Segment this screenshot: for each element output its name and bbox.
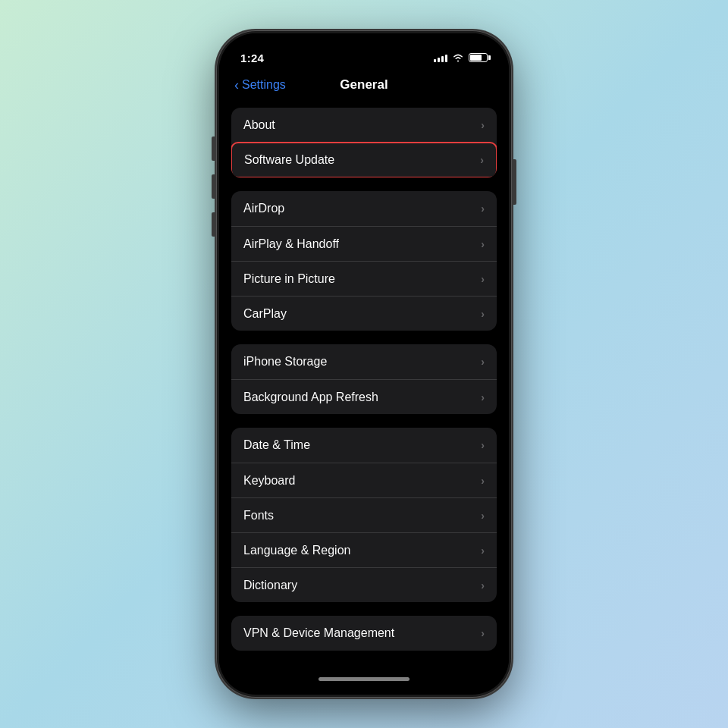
status-time: 1:24 xyxy=(240,52,264,64)
settings-row-vpn-device-management[interactable]: VPN & Device Management› xyxy=(231,616,497,651)
chevron-icon-software-update: › xyxy=(480,154,484,166)
settings-group-group5: VPN & Device Management› xyxy=(231,616,497,651)
phone-screen: 1:24 xyxy=(219,33,509,695)
back-chevron-icon: ‹ xyxy=(234,78,239,92)
settings-label-fonts: Fonts xyxy=(243,509,274,522)
settings-row-airdrop[interactable]: AirDrop› xyxy=(231,191,497,226)
settings-group-group4: Date & Time›Keyboard›Fonts›Language & Re… xyxy=(231,428,497,602)
settings-row-background-app-refresh[interactable]: Background App Refresh› xyxy=(231,379,497,414)
settings-row-date-time[interactable]: Date & Time› xyxy=(231,428,497,463)
settings-row-picture-in-picture[interactable]: Picture in Picture› xyxy=(231,261,497,296)
navigation-bar: ‹ Settings General xyxy=(219,71,509,102)
chevron-icon-picture-in-picture: › xyxy=(481,273,485,285)
battery-icon xyxy=(469,53,488,62)
settings-row-keyboard[interactable]: Keyboard› xyxy=(231,463,497,497)
chevron-icon-language-region: › xyxy=(481,544,485,557)
chevron-icon-about: › xyxy=(481,119,485,131)
status-icons xyxy=(434,53,488,62)
settings-label-carplay: CarPlay xyxy=(243,307,287,321)
settings-label-vpn-device-management: VPN & Device Management xyxy=(243,626,394,640)
chevron-icon-airdrop: › xyxy=(481,202,485,215)
settings-group-group2: AirDrop›AirPlay & Handoff›Picture in Pic… xyxy=(231,191,497,331)
chevron-icon-dictionary: › xyxy=(481,579,485,592)
signal-icon xyxy=(434,53,447,62)
settings-label-airplay-handoff: AirPlay & Handoff xyxy=(243,237,339,251)
settings-row-fonts[interactable]: Fonts› xyxy=(231,497,497,532)
wifi-icon xyxy=(452,53,464,62)
settings-label-dictionary: Dictionary xyxy=(243,579,297,592)
chevron-icon-iphone-storage: › xyxy=(481,356,485,368)
settings-group-group3: iPhone Storage›Background App Refresh› xyxy=(231,344,497,414)
chevron-icon-vpn-device-management: › xyxy=(481,627,485,639)
chevron-icon-airplay-handoff: › xyxy=(481,238,485,250)
chevron-icon-background-app-refresh: › xyxy=(481,391,485,403)
home-bar xyxy=(318,677,410,681)
chevron-icon-fonts: › xyxy=(481,510,485,522)
settings-label-picture-in-picture: Picture in Picture xyxy=(243,272,335,286)
chevron-icon-date-time: › xyxy=(481,439,485,451)
notch xyxy=(318,33,410,56)
phone-frame: 1:24 xyxy=(216,30,512,698)
settings-label-about: About xyxy=(243,118,275,132)
status-bar: 1:24 xyxy=(219,33,509,71)
settings-label-language-region: Language & Region xyxy=(243,544,350,557)
settings-row-carplay[interactable]: CarPlay› xyxy=(231,296,497,331)
settings-label-iphone-storage: iPhone Storage xyxy=(243,355,327,369)
settings-row-software-update[interactable]: Software Update› xyxy=(231,142,497,177)
page-title: General xyxy=(340,77,388,93)
battery-fill xyxy=(470,55,482,61)
chevron-icon-carplay: › xyxy=(481,308,485,320)
settings-row-iphone-storage[interactable]: iPhone Storage› xyxy=(231,344,497,379)
back-label: Settings xyxy=(242,78,286,92)
settings-group-group1: About›Software Update› xyxy=(231,108,497,177)
settings-row-dictionary[interactable]: Dictionary› xyxy=(231,567,497,602)
settings-label-background-app-refresh: Background App Refresh xyxy=(243,391,378,404)
settings-row-language-region[interactable]: Language & Region› xyxy=(231,532,497,567)
home-indicator xyxy=(219,666,509,692)
settings-label-airdrop: AirDrop xyxy=(243,202,284,215)
back-button[interactable]: ‹ Settings xyxy=(234,78,286,92)
settings-label-keyboard: Keyboard xyxy=(243,474,296,488)
settings-label-software-update: Software Update xyxy=(244,153,334,167)
chevron-icon-keyboard: › xyxy=(481,475,485,487)
settings-row-airplay-handoff[interactable]: AirPlay & Handoff› xyxy=(231,226,497,261)
settings-label-date-time: Date & Time xyxy=(243,438,310,452)
settings-row-about[interactable]: About› xyxy=(231,108,497,143)
settings-content: About›Software Update›AirDrop›AirPlay & … xyxy=(219,102,509,666)
